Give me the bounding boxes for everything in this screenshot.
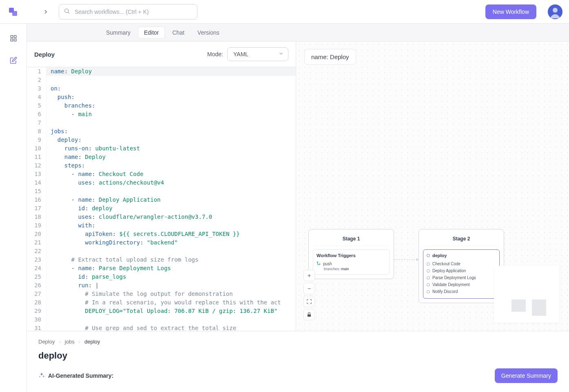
search-input[interactable]	[59, 4, 197, 20]
new-workflow-button[interactable]: New Workflow	[485, 4, 536, 19]
expand-sidebar-button[interactable]	[39, 5, 52, 18]
svg-point-5	[553, 8, 558, 13]
svg-line-3	[68, 12, 69, 13]
svg-rect-1	[12, 11, 17, 16]
app-logo	[7, 5, 20, 18]
user-avatar[interactable]	[548, 4, 562, 19]
search-wrapper	[59, 4, 197, 20]
search-icon	[64, 8, 70, 16]
svg-point-2	[65, 9, 69, 12]
topbar: New Workflow	[0, 0, 569, 24]
